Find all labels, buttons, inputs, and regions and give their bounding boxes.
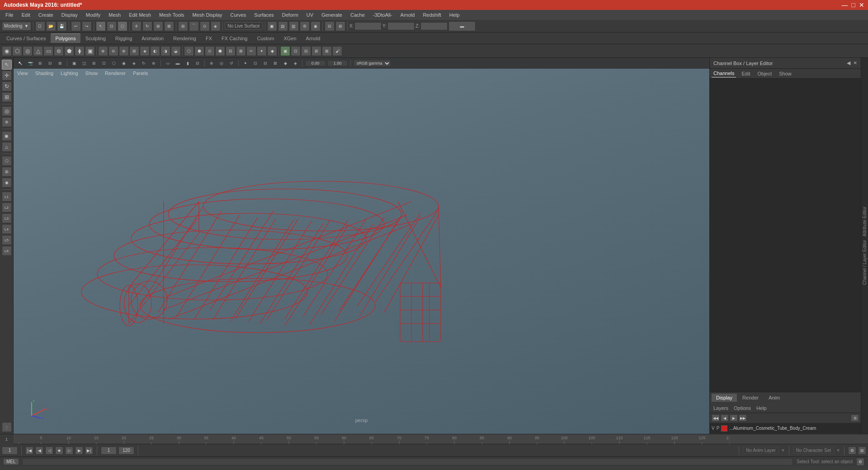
poly-plane-btn[interactable]: ▭ [43,46,53,56]
tab-rigging[interactable]: Rigging [111,34,137,43]
tab-fx-caching[interactable]: FX Caching [217,34,252,43]
weld-btn[interactable]: ⊙ [205,46,215,56]
grid-btn[interactable]: ⊞ [2,167,12,177]
menu-help[interactable]: Help [446,11,463,19]
move-btn[interactable]: ✛ [132,21,142,31]
playback-range-input[interactable] [118,446,134,455]
soft-sel-btn[interactable]: ◎ [2,106,12,116]
language-selector[interactable]: MEL [4,459,19,465]
coord-confirm-btn[interactable]: ▬ [448,21,476,31]
dra-tab-anim[interactable]: Anim [764,394,784,402]
save-file-btn[interactable]: 💾 [57,21,67,31]
show-manip-btn[interactable]: ▣ [2,131,12,141]
menu-display[interactable]: Display [58,11,81,19]
vp-cam-btn[interactable]: 📷 [26,60,34,67]
edge-ring-btn[interactable]: ⊠ [236,46,246,56]
menu-3dto-all[interactable]: -3DtoAll- [369,11,396,19]
vp-icon17[interactable]: ◎ [217,60,226,67]
dra-tab-display[interactable]: Display [712,394,737,402]
vp-icon13[interactable]: ▬ [174,60,182,67]
cb-close-icon[interactable]: ✕ [853,60,857,66]
gamma-select[interactable]: sRGB gamma [354,60,391,67]
vp-field2[interactable] [327,60,348,66]
vp-icon18[interactable]: ↺ [227,60,236,67]
poly-cyl-btn[interactable]: ◎ [23,46,33,56]
dra-sub-layers[interactable]: Layers [713,405,728,411]
menu-mesh-display[interactable]: Mesh Display [189,11,226,19]
vp-icon6[interactable]: ⊡ [100,60,108,67]
vp-menu-renderer[interactable]: Renderer [103,70,127,77]
z-coord-input[interactable] [420,22,448,30]
menu-generate[interactable]: Generate [318,11,346,19]
command-input[interactable] [22,458,793,465]
layer-ctrl-1[interactable]: ◀◀ [712,414,720,422]
layer-v-label[interactable]: V [712,426,715,431]
next-key-btn[interactable]: ▶| [85,446,93,455]
boolean-btn[interactable]: ⊞ [129,46,139,56]
vp-icon15[interactable]: ⊟ [193,60,202,67]
tab-polygons[interactable]: Polygons [51,33,80,43]
reduce-btn[interactable]: ◑ [160,46,170,56]
play-forward-btn[interactable]: ▷ [65,446,73,455]
multi-cut-btn[interactable]: ✂ [246,46,256,56]
bridge-btn[interactable]: ⬢ [194,46,204,56]
menu-edit[interactable]: Edit [18,11,34,19]
poly-prism-btn[interactable]: ⬟ [64,46,74,56]
status-extra-btn[interactable]: ⚙ [856,458,864,466]
paint-weights-btn[interactable]: ⊗ [2,117,12,127]
vp-select-btn[interactable]: ↖ [16,60,24,67]
new-file-btn[interactable]: 🗋 [35,21,45,31]
attribute-editor-tab[interactable]: Attribute Editor Channel / Layer Editor [861,58,868,434]
view-cube-btn[interactable]: ⬡ [2,156,12,166]
vp-icon7[interactable]: ⬡ [110,60,118,67]
hypershade-btn[interactable]: ◉ [311,21,321,31]
anim-layer-arrow[interactable]: ▼ [781,448,785,453]
menu-modify[interactable]: Modify [82,11,104,19]
vp-icon11[interactable]: ⊗ [150,60,158,67]
layer2-btn[interactable]: L2 [2,202,12,212]
menu-redshift[interactable]: Redshift [419,11,444,19]
menu-curves[interactable]: Curves [227,11,250,19]
start-frame-input[interactable] [101,446,117,455]
no-character-set[interactable]: No Character Set [793,447,834,454]
cb-tab-object[interactable]: Object [755,70,774,77]
vp-icon19[interactable]: ✦ [241,60,250,67]
remesh-btn[interactable]: ◒ [171,46,181,56]
extrude-btn[interactable]: ⬡ [184,46,194,56]
vp-icon1[interactable]: ⊟ [46,60,54,67]
vp-icon5[interactable]: ⊞ [90,60,98,67]
vp-icon21[interactable]: ⊟ [261,60,269,67]
combine-btn[interactable]: ⊕ [98,46,108,56]
rotate-tool[interactable]: ↻ [2,81,12,91]
lasso-btn[interactable]: ⊡ [107,21,117,31]
smooth-btn[interactable]: ◈ [140,46,150,56]
poly-cube-btn[interactable]: ⬡ [12,46,22,56]
menu-edit-mesh[interactable]: Edit Mesh [125,11,155,19]
y-coord-input[interactable] [387,22,415,30]
vp-icon24[interactable]: ◈ [291,60,299,67]
uv-snapshot-btn[interactable]: ⊞ [335,21,345,31]
vp-icon16[interactable]: ⊕ [208,60,216,67]
tab-rendering[interactable]: Rendering [169,34,201,43]
vp-icon23[interactable]: ◆ [281,60,289,67]
prev-key-btn[interactable]: |◀ [25,446,33,455]
menu-create[interactable]: Create [35,11,57,19]
current-frame-input[interactable] [2,446,18,455]
edge-loop-btn[interactable]: ⊟ [226,46,236,56]
fill-hole-btn[interactable]: ◐ [150,46,160,56]
select-tool[interactable]: ↖ [2,60,12,70]
vp-menu-lighting[interactable]: Lighting [59,70,80,77]
select-vert-btn[interactable]: ⊡ [291,46,301,56]
layer6-btn[interactable]: L6 [2,246,12,256]
play-backward-btn[interactable]: ◁ [45,446,53,455]
vp-icon20[interactable]: ⊡ [251,60,259,67]
vp-icon14[interactable]: ▮ [184,60,192,67]
extra-btn[interactable]: ⋮ [2,422,12,432]
vp-field-btn[interactable]: ⊞ [36,60,44,67]
menu-uv[interactable]: UV [303,11,317,19]
menu-deform[interactable]: Deform [278,11,302,19]
bevel-btn[interactable]: ⬣ [215,46,225,56]
layer4-btn[interactable]: L4 [2,224,12,234]
vp-menu-shading[interactable]: Shading [33,70,55,77]
redo-btn[interactable]: ↪ [82,21,92,31]
